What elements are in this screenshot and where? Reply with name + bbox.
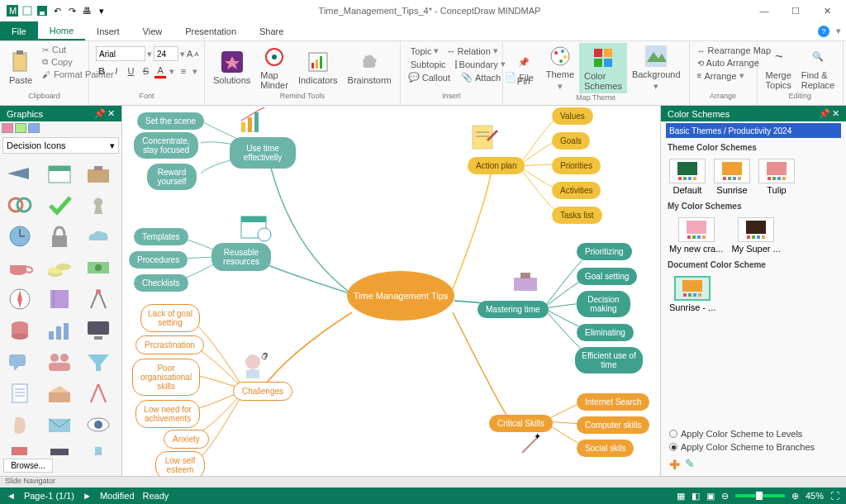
chart-bars-icon[interactable]	[43, 316, 76, 345]
document-icon[interactable]	[3, 379, 36, 407]
maximize-button[interactable]: ☐	[783, 2, 808, 19]
eye-icon[interactable]	[82, 411, 115, 439]
scheme-dropdown[interactable]: Basic Themes / Productivity 2024	[666, 123, 841, 138]
chat-icon[interactable]	[3, 348, 36, 376]
rings-icon[interactable]	[3, 191, 36, 219]
close-icon[interactable]: ✕	[832, 108, 839, 119]
tab-share[interactable]: Share	[248, 21, 295, 40]
auto-arrange-button[interactable]: ⟲ Auto Arrange	[695, 57, 752, 69]
topic-mastering[interactable]: Mastering time	[478, 301, 549, 318]
chevron-down-icon[interactable]: ▾	[96, 5, 107, 17]
checkmark-icon[interactable]	[43, 191, 76, 219]
coins-icon[interactable]	[43, 254, 76, 282]
computer-icon[interactable]	[82, 316, 115, 345]
ear-icon[interactable]	[3, 411, 36, 439]
database-icon[interactable]	[3, 316, 36, 345]
topic-challenges[interactable]: Challenges	[233, 382, 292, 401]
topic-priorities[interactable]: Priorities	[552, 157, 601, 174]
toolbar-icon[interactable]	[2, 123, 13, 133]
insert-callout-button[interactable]: 💬Callout📎Attach📄File	[406, 71, 497, 83]
topic-decision[interactable]: Decision making	[577, 291, 630, 317]
topic-anxiety[interactable]: Anxiety	[164, 430, 209, 449]
strike-button[interactable]: S	[140, 64, 151, 78]
cloud-icon[interactable]	[82, 222, 115, 250]
tab-insert[interactable]: Insert	[85, 21, 131, 40]
chess-icon[interactable]	[82, 191, 115, 219]
slide-navigator[interactable]: Slide Navigator	[0, 476, 846, 487]
briefcase-icon[interactable]	[82, 159, 115, 188]
font-name-input[interactable]	[96, 46, 145, 61]
tab-home[interactable]: Home	[38, 21, 85, 40]
topic-set-scene[interactable]: Set the scene	[137, 112, 204, 130]
topic-checklists[interactable]: Checklists	[134, 274, 188, 292]
topic-action-plan[interactable]: Action plan	[468, 157, 525, 174]
color-scheme-item[interactable]: Tulip	[758, 159, 795, 195]
bold-button[interactable]: B	[96, 64, 107, 78]
add-scheme-icon[interactable]: ✚	[669, 457, 680, 473]
font-color-button[interactable]: A	[154, 64, 166, 78]
airplane-icon[interactable]	[3, 159, 36, 188]
topic-procedures[interactable]: Procedures	[129, 251, 188, 269]
save-icon[interactable]	[36, 5, 48, 17]
color-scheme-item[interactable]: Sunrise	[714, 159, 750, 195]
pin-icon[interactable]: 📌	[94, 108, 106, 119]
topic-procrastination[interactable]: Prcrastination	[135, 335, 204, 354]
topic-reusable[interactable]: Reusable resources	[212, 243, 271, 271]
find-replace-button[interactable]: 🔍Find & Replace	[796, 43, 839, 92]
align-button[interactable]: ≡	[178, 64, 189, 78]
topic-concentrate[interactable]: Concentrate, stay focused	[134, 132, 198, 159]
topic-goal-setting[interactable]: Goal setting	[577, 268, 637, 285]
tab-presentation[interactable]: Presentation	[173, 21, 248, 40]
solutions-button[interactable]: Solutions	[208, 43, 255, 92]
close-button[interactable]: ✕	[815, 2, 839, 19]
tab-view[interactable]: View	[131, 21, 174, 40]
insert-subtopic-button[interactable]: SubtopicBoundary▾	[406, 58, 497, 70]
topic-reward[interactable]: Reward yourself	[147, 164, 197, 190]
topic-internet[interactable]: Internet Search	[577, 393, 649, 411]
indicators-button[interactable]: Indicators	[293, 43, 343, 92]
zoom-in-icon[interactable]: ⊕	[791, 491, 799, 502]
view-icon[interactable]: ▦	[677, 491, 685, 502]
center-topic[interactable]: Time Management Tips	[347, 271, 454, 321]
brainstorm-button[interactable]: Brainstorm	[343, 43, 397, 92]
minimize-button[interactable]: —	[752, 2, 777, 19]
chevron-down-icon[interactable]: ▾	[836, 26, 841, 36]
people-icon[interactable]	[43, 348, 76, 376]
topic-low-need[interactable]: Low need for achivements	[135, 400, 200, 428]
grow-font-icon[interactable]: A	[187, 46, 192, 61]
arrange-button[interactable]: ≡ Arrange▾	[695, 69, 752, 82]
topic-activities[interactable]: Activities	[552, 182, 601, 199]
italic-button[interactable]: I	[111, 64, 122, 78]
redo-icon[interactable]: ↷	[66, 5, 78, 17]
graphics-category-dropdown[interactable]: Decision Icons▾	[2, 137, 119, 154]
mindmap-canvas[interactable]: Time Management Tips Use time effectivel…	[122, 106, 660, 476]
theme-button[interactable]: Theme▾	[541, 43, 579, 93]
envelope-icon[interactable]	[43, 411, 76, 439]
topic-eliminating[interactable]: Eliminating	[577, 324, 634, 341]
close-icon[interactable]: ✕	[107, 108, 115, 119]
topic-lack-goal[interactable]: Lack of goal setting	[140, 304, 200, 332]
topic-goals[interactable]: Goals	[552, 132, 590, 150]
new-icon[interactable]	[21, 5, 33, 17]
draft-compass-icon[interactable]	[82, 285, 115, 313]
color-scheme-item[interactable]: Sunrise - ...	[669, 276, 715, 312]
topic-efficient[interactable]: Efficient use of time	[575, 347, 643, 373]
topic-social[interactable]: Social skils	[577, 440, 634, 457]
insert-topic-button[interactable]: Topic▾↔Relation▾	[406, 45, 497, 57]
lock-icon[interactable]	[43, 222, 76, 250]
flag-icon[interactable]	[3, 442, 36, 455]
topic-low-self[interactable]: Low self esteem	[155, 451, 205, 476]
toolbar-icon[interactable]	[28, 123, 40, 133]
laptop-icon[interactable]	[43, 442, 76, 455]
topic-templates[interactable]: Templates	[134, 228, 188, 245]
paste-button[interactable]: Paste	[3, 43, 38, 92]
view-icon[interactable]: ▣	[706, 491, 715, 502]
file-menu[interactable]: File	[0, 21, 38, 40]
clock-icon[interactable]	[3, 222, 36, 250]
color-schemes-button[interactable]: Color Schemes	[579, 43, 627, 93]
pin-icon[interactable]: 📌	[819, 108, 830, 119]
calendar-icon[interactable]	[43, 159, 76, 188]
shrink-font-icon[interactable]: A	[194, 46, 198, 61]
compass-icon[interactable]	[3, 285, 36, 313]
draft-tool-icon[interactable]	[82, 379, 115, 407]
